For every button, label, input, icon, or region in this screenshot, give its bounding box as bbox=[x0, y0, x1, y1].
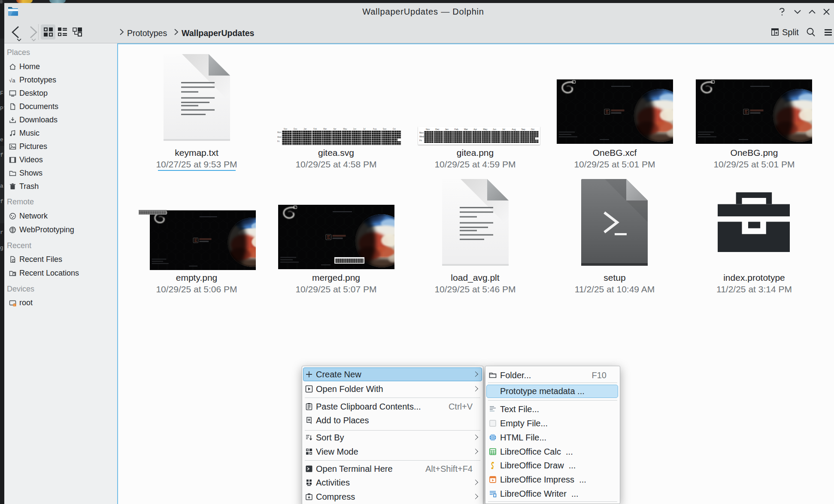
svg-text:Jan: Jan bbox=[303, 128, 307, 130]
svg-text:√a: √a bbox=[9, 77, 15, 84]
svg-text:May: May bbox=[343, 128, 347, 130]
svg-text:Dec: Dec bbox=[435, 128, 440, 131]
svg-text:Wed: Wed bbox=[277, 136, 282, 138]
svg-text:Jan: Jan bbox=[445, 128, 449, 131]
svg-text:Fri: Fri bbox=[419, 139, 422, 142]
svg-text:Nov: Nov bbox=[284, 128, 288, 130]
svg-text:Oct: Oct bbox=[393, 128, 396, 130]
svg-text:Sep: Sep bbox=[522, 128, 525, 131]
svg-text:Aug: Aug bbox=[373, 128, 377, 130]
svg-text:Jul: Jul bbox=[502, 128, 505, 131]
svg-text:Jun: Jun bbox=[353, 128, 357, 130]
svg-text:Jul: Jul bbox=[363, 128, 366, 130]
svg-text:Apr: Apr bbox=[473, 128, 477, 131]
svg-text:Feb: Feb bbox=[313, 128, 317, 130]
svg-text:Feb: Feb bbox=[455, 128, 458, 131]
svg-text:Jun: Jun bbox=[493, 128, 496, 131]
svg-text:Oct: Oct bbox=[531, 128, 535, 131]
svg-text:Aug: Aug bbox=[512, 128, 516, 131]
svg-text:Wed: Wed bbox=[419, 135, 424, 138]
svg-text:Mar: Mar bbox=[464, 128, 468, 131]
svg-text:Fri: Fri bbox=[277, 140, 279, 143]
svg-text:Nov: Nov bbox=[426, 128, 430, 131]
svg-text:Sep: Sep bbox=[383, 128, 387, 130]
svg-text:Mar: Mar bbox=[323, 128, 327, 130]
svg-text:Dec: Dec bbox=[294, 128, 297, 130]
svg-text:Apr: Apr bbox=[333, 128, 337, 130]
svg-text:Mon: Mon bbox=[277, 131, 281, 134]
svg-text:Mon: Mon bbox=[419, 131, 424, 134]
svg-text:May: May bbox=[483, 128, 488, 131]
